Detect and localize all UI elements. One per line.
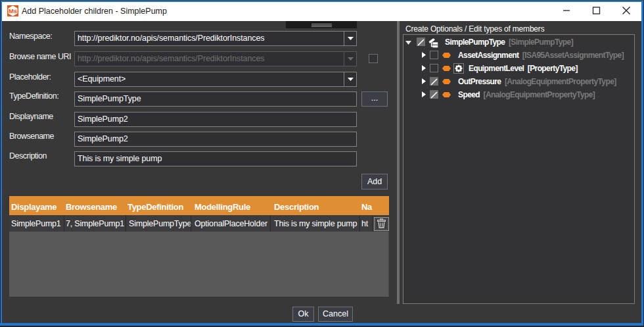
svg-text:Ms: Ms (9, 7, 17, 14)
